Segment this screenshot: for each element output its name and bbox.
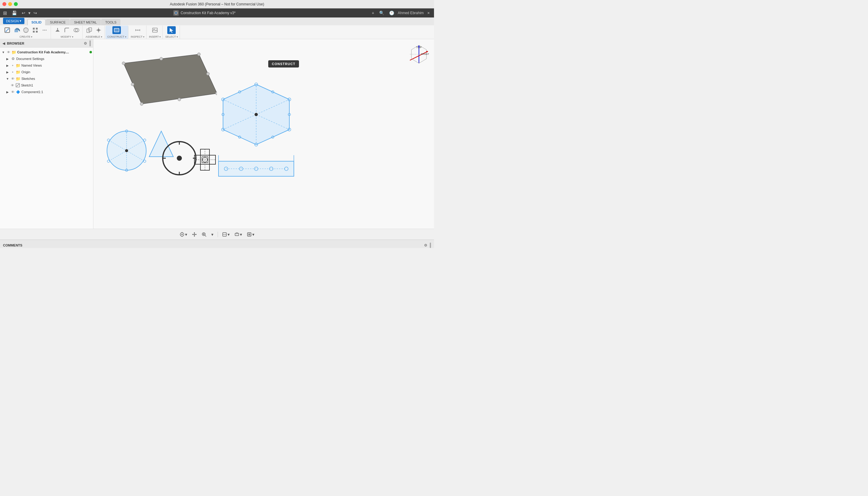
tree-toggle-named-views[interactable]: ▶	[5, 63, 10, 67]
comments-panel: COMMENTS ⚙	[0, 239, 434, 248]
undo-button[interactable]: ↩	[20, 10, 27, 16]
status-bar: ▾ ▾ ▾ ▾ ▾	[0, 229, 434, 239]
tree-eye-root[interactable]: 👁	[6, 50, 11, 54]
modify-group-label: MODIFY ▾	[61, 35, 73, 38]
insert-group-label: INSERT ▾	[149, 35, 161, 38]
design-button[interactable]: DESIGN ▾	[3, 18, 25, 24]
shape-circle-sketch	[103, 127, 151, 175]
tree-item-named-views[interactable]: ▶ ● 📁 Named Views	[0, 62, 93, 69]
more-create-button[interactable]	[41, 26, 49, 34]
tree-active-indicator	[90, 51, 92, 53]
show-hide-button[interactable]: ▾	[233, 231, 244, 238]
viewport[interactable]: TOP FRONT CONSTRUCT	[93, 39, 434, 229]
window-maximize-button[interactable]	[14, 2, 18, 6]
redo-button[interactable]: ↪	[32, 10, 38, 16]
tab-surface[interactable]: SURFACE	[46, 19, 69, 25]
select-button[interactable]	[167, 26, 176, 34]
user-name: Ahmed Ebrahim	[398, 11, 424, 15]
assemble-group-label: ASSEMBLE ▾	[86, 35, 102, 38]
tree-item-root[interactable]: ▼ 👁 📁 Construction Kit Fab Academy....	[0, 49, 93, 56]
app-menu-icon[interactable]: ⊞	[3, 10, 7, 16]
zoom-button[interactable]	[200, 231, 208, 238]
ribbon: DESIGN ▾ SOLID SURFACE SHEET METAL TOOLS	[0, 17, 434, 39]
svg-point-112	[182, 234, 183, 235]
measure-button[interactable]	[134, 26, 142, 34]
svg-point-43	[160, 57, 163, 60]
save-button[interactable]: 💾	[11, 10, 18, 16]
svg-point-45	[178, 98, 181, 101]
construct-plane-button[interactable]	[112, 26, 121, 34]
tree-toggle-sketches[interactable]: ▼	[5, 77, 10, 81]
tree-item-origin[interactable]: ▶ ● 📁 Origin	[0, 69, 93, 75]
tree-toggle-doc-settings[interactable]: ▶	[5, 57, 10, 61]
new-component-button[interactable]	[85, 26, 93, 34]
tree-eye-sketches[interactable]: 👁	[11, 77, 15, 81]
tab-tools[interactable]: TOOLS	[101, 19, 120, 25]
snap-settings-button[interactable]: ▾	[178, 231, 189, 238]
svg-line-37	[17, 84, 19, 87]
browser-header: ◀ BROWSER ⚙	[0, 39, 93, 48]
svg-rect-5	[14, 30, 18, 32]
display-mode-button[interactable]: ▾	[221, 231, 231, 238]
construct-tooltip: CONSTRUCT	[268, 60, 299, 67]
revolve-button[interactable]	[22, 26, 30, 34]
svg-rect-28	[114, 28, 119, 32]
app-title: Autodesk Fusion 360 (Personal – Not for …	[170, 2, 264, 6]
svg-rect-13	[33, 31, 35, 33]
tree-item-sketch1[interactable]: 👁 Sketch1	[0, 82, 93, 89]
tab-solid[interactable]: SOLID	[28, 19, 46, 25]
comments-settings-button[interactable]: ⚙	[424, 243, 428, 247]
svg-point-128	[248, 234, 250, 235]
tree-toggle-component1[interactable]: ▶	[5, 90, 10, 94]
window-close-button[interactable]	[2, 2, 6, 6]
svg-rect-12	[36, 28, 38, 30]
browser-back-button[interactable]: ◀	[2, 41, 5, 46]
insert-image-button[interactable]	[151, 26, 159, 34]
fillet-button[interactable]	[63, 26, 71, 34]
svg-point-15	[43, 30, 44, 30]
create-sketch-button[interactable]	[3, 26, 12, 34]
combine-button[interactable]	[72, 26, 80, 34]
tree-eye-named-views[interactable]: ●	[11, 63, 15, 67]
svg-rect-14	[36, 31, 38, 33]
tree-label-sketches: Sketches	[21, 77, 92, 80]
notifications-button[interactable]: 🕐	[388, 10, 396, 16]
pan-button[interactable]	[190, 231, 198, 238]
ribbon-group-modify: MODIFY ▾	[51, 26, 82, 39]
window-minimize-button[interactable]	[8, 2, 12, 6]
comments-resize-handle[interactable]	[430, 243, 431, 248]
visual-style-button[interactable]: ▾	[245, 231, 256, 238]
add-tab-button[interactable]: +	[371, 10, 375, 16]
viewport-canvas: TOP FRONT CONSTRUCT	[93, 39, 434, 229]
svg-point-39	[122, 62, 125, 65]
tree-eye-sketch1[interactable]: 👁	[10, 83, 14, 88]
select-group-label: SELECT ▾	[165, 35, 177, 38]
svg-point-42	[140, 103, 143, 106]
zoom-dropdown[interactable]: ▾	[210, 231, 215, 238]
tree-item-sketches[interactable]: ▼ 👁 📁 Sketches	[0, 75, 93, 82]
close-tab-button[interactable]: ×	[426, 10, 431, 16]
svg-point-83	[177, 156, 182, 160]
svg-marker-35	[170, 28, 173, 33]
tree-eye-origin[interactable]: ●	[11, 70, 15, 74]
press-pull-button[interactable]	[53, 26, 62, 34]
tree-label-sketch1: Sketch1	[21, 83, 92, 87]
undo-dropdown[interactable]: ▾	[27, 10, 32, 16]
tab-sheet-metal[interactable]: SHEET METAL	[70, 19, 100, 25]
navigation-cube[interactable]: TOP FRONT	[407, 42, 431, 66]
tree-eye-component1[interactable]: 👁	[11, 90, 15, 94]
tree-item-component1[interactable]: ▶ 👁 🔷 Component1:1	[0, 89, 93, 95]
svg-marker-7	[18, 28, 20, 32]
tree-toggle-root[interactable]: ▼	[1, 50, 5, 54]
browser-settings-button[interactable]: ⚙	[84, 41, 87, 46]
title-bar: Autodesk Fusion 360 (Personal – Not for …	[0, 0, 434, 9]
browser-resize-handle[interactable]	[90, 41, 91, 46]
extrude-button[interactable]	[12, 26, 21, 34]
joint-button[interactable]	[94, 26, 103, 34]
search-cloud-button[interactable]: 🔍	[378, 10, 386, 16]
tree-toggle-origin[interactable]: ▶	[5, 70, 10, 74]
shape-cross	[193, 148, 217, 172]
tree-item-doc-settings[interactable]: ▶ ⚙ Document Settings	[0, 56, 93, 62]
tree-icon-sketches: 📁	[16, 76, 20, 81]
pattern-button[interactable]	[31, 26, 40, 34]
